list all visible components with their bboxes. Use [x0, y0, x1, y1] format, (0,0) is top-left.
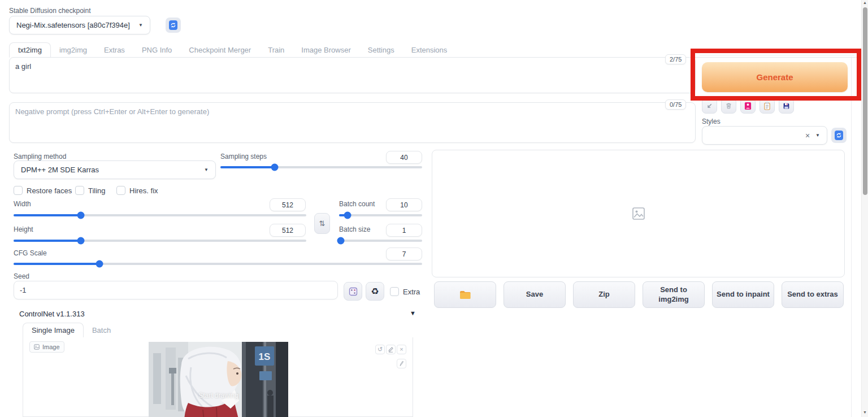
controlnet-title[interactable]: ControlNet v1.1.313 [19, 310, 85, 318]
random-seed-button[interactable] [344, 282, 362, 301]
slider-handle[interactable] [344, 212, 351, 219]
batch-count-input[interactable] [386, 198, 422, 211]
sampling-method-dropdown[interactable]: DPM++ 2M SDE Karras ▼ [14, 160, 216, 179]
arrow-down-left-icon [706, 102, 713, 110]
refresh-checkpoint-button[interactable] [166, 18, 181, 33]
seed-input[interactable] [14, 281, 338, 299]
refresh-icon [169, 20, 177, 30]
scrollbar-track[interactable]: ▲ ▼ [861, 0, 868, 417]
controlnet-image-chip: Image [29, 341, 64, 353]
recycle-icon: ♻ [371, 286, 379, 297]
tiling-option: Tiling [75, 186, 106, 195]
slider-handle[interactable] [77, 237, 85, 245]
restore-faces-checkbox[interactable] [14, 186, 23, 195]
image-icon [34, 344, 40, 350]
tab-extensions[interactable]: Extensions [403, 43, 456, 57]
slider-fill [14, 263, 99, 265]
batch-count-label: Batch count [339, 200, 375, 208]
extra-networks-button[interactable] [740, 98, 756, 114]
cfg-scale-input[interactable] [386, 247, 422, 260]
refresh-icon [835, 131, 843, 140]
send-to-extras-button[interactable]: Send to extras [782, 281, 844, 308]
batch-size-label: Batch size [339, 225, 370, 233]
height-slider[interactable] [14, 240, 306, 242]
tiling-checkbox[interactable] [75, 186, 84, 195]
clear-prompt-button[interactable] [721, 98, 736, 114]
tab-image-browser[interactable]: Image Browser [293, 43, 359, 57]
remove-image-button[interactable]: × [397, 345, 406, 354]
zip-button[interactable]: Zip [573, 281, 635, 308]
tab-extras[interactable]: Extras [96, 43, 133, 57]
styles-label: Styles [702, 118, 721, 125]
controlnet-image-dropzone[interactable]: Image 1S [23, 337, 413, 417]
controlnet-tabbar: Single Image Batch [23, 323, 413, 338]
extra-seed-option: Extra [390, 287, 420, 296]
height-input[interactable] [270, 224, 306, 237]
close-icon: × [400, 346, 403, 353]
apply-styles-button[interactable] [760, 98, 775, 114]
pencil-icon [388, 346, 394, 353]
width-input[interactable] [270, 198, 306, 211]
styles-dropdown[interactable]: × ▼ [702, 126, 827, 145]
width-slider[interactable] [14, 214, 306, 216]
tab-img2img[interactable]: img2img [51, 43, 96, 57]
sampling-steps-slider[interactable] [220, 166, 422, 168]
scrollbar-thumb[interactable] [863, 7, 867, 195]
read-parameters-button[interactable] [702, 98, 717, 114]
sketch-pen-button[interactable] [397, 359, 406, 368]
batch-size-input[interactable] [386, 224, 422, 237]
slider-handle[interactable] [96, 260, 103, 268]
trash-icon [725, 102, 732, 110]
pen-icon [398, 360, 405, 367]
tab-settings[interactable]: Settings [359, 43, 403, 57]
controlnet-collapse-icon[interactable]: ▼ [410, 310, 416, 316]
sampling-steps-input[interactable] [386, 151, 422, 164]
slider-handle[interactable] [77, 212, 85, 219]
hires-fix-label: Hires. fix [129, 186, 158, 195]
extra-seed-checkbox[interactable] [390, 287, 399, 296]
send-to-img2img-button[interactable]: Send to img2img [643, 281, 705, 308]
negative-prompt-input[interactable] [9, 102, 696, 143]
container-right-border [851, 57, 852, 417]
restore-faces-label: Restore faces [27, 186, 72, 195]
generate-button[interactable]: Generate [702, 62, 848, 92]
output-gallery [432, 150, 845, 277]
prompt-input[interactable]: a girl [9, 57, 696, 93]
slider-handle[interactable] [337, 237, 344, 245]
tab-txt2img[interactable]: txt2img [9, 42, 51, 58]
sampling-method-label: Sampling method [14, 153, 66, 160]
scrollbar-down-arrow[interactable]: ▼ [863, 410, 867, 414]
height-label: Height [14, 225, 33, 233]
controlnet-uploaded-image[interactable]: 1S Start drawing [149, 342, 288, 417]
open-folder-button[interactable] [434, 281, 496, 308]
controlnet-tab-batch[interactable]: Batch [84, 323, 119, 337]
floppy-disk-icon [783, 102, 790, 110]
tab-checkpoint-merger[interactable]: Checkpoint Merger [180, 43, 259, 57]
send-to-inpaint-button[interactable]: Send to inpaint [712, 281, 774, 308]
swap-dimensions-button[interactable]: ⇅ [314, 213, 330, 234]
slider-handle[interactable] [271, 164, 279, 171]
chevron-down-icon: ▼ [204, 168, 209, 172]
girl-street-photo: 1S [149, 342, 288, 417]
reuse-seed-button[interactable]: ♻ [366, 282, 384, 301]
tab-png-info[interactable]: PNG Info [133, 43, 180, 57]
refresh-styles-button[interactable] [831, 128, 847, 143]
swap-icon: ⇅ [319, 219, 326, 228]
hires-fix-checkbox[interactable] [116, 186, 125, 195]
tab-train[interactable]: Train [259, 43, 293, 57]
save-button[interactable]: Save [504, 281, 566, 308]
chevron-down-icon: ▼ [138, 23, 143, 28]
undo-image-button[interactable]: ↺ [375, 345, 385, 354]
start-drawing-overlay: Start drawing [198, 392, 238, 399]
cfg-scale-slider[interactable] [14, 263, 422, 265]
batch-count-slider[interactable] [339, 214, 422, 216]
extra-seed-label: Extra [403, 288, 420, 296]
checkpoint-dropdown[interactable]: Negi-Mix.safetensors [a80c7f394e] ▼ [9, 16, 150, 34]
save-style-button[interactable] [779, 98, 794, 114]
edit-image-button[interactable] [386, 345, 396, 354]
controlnet-image-label: Image [42, 344, 60, 350]
controlnet-tab-single-image[interactable]: Single Image [23, 323, 84, 338]
batch-size-slider[interactable] [339, 240, 422, 242]
scrollbar-up-arrow[interactable]: ▲ [863, 1, 867, 5]
clear-styles-icon[interactable]: × [805, 132, 810, 140]
